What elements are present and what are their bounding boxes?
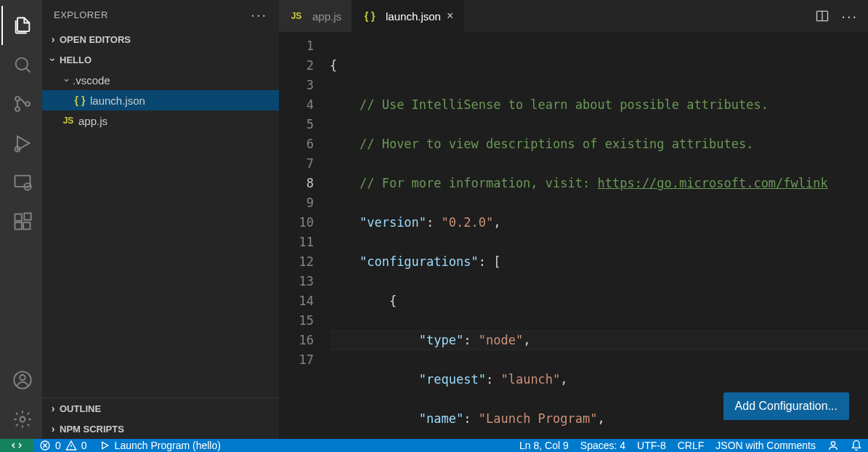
activity-bar [0, 0, 42, 439]
file-tree: › .vscode { } launch.json JS app.js [42, 70, 279, 397]
status-debug-target[interactable]: Launch Program (hello) [93, 439, 227, 452]
tree-folder-vscode[interactable]: › .vscode [42, 70, 279, 90]
activity-source-control-icon[interactable] [2, 84, 42, 124]
activity-search-icon[interactable] [2, 45, 42, 84]
remote-indicator[interactable] [0, 439, 33, 452]
add-configuration-button[interactable]: Add Configuration... [723, 392, 849, 420]
line-gutter: 1 2 3 4 5 6 7 8 9 10 11 12 13 14 15 16 1… [279, 32, 330, 439]
editor-body[interactable]: 1 2 3 4 5 6 7 8 9 10 11 12 13 14 15 16 1… [279, 32, 868, 439]
tab-app-js[interactable]: JS app.js [279, 0, 352, 32]
status-encoding[interactable]: UTF-8 [631, 439, 672, 452]
chevron-right-icon: › [46, 33, 60, 45]
status-feedback-icon[interactable] [822, 439, 845, 452]
outline-section[interactable]: › OUTLINE [42, 398, 279, 419]
sidebar-title: EXPLORER ··· [42, 0, 279, 29]
chevron-right-icon: › [46, 423, 60, 435]
activity-explorer-icon[interactable] [1, 6, 41, 45]
status-problems[interactable]: 0 0 [33, 439, 93, 452]
status-notifications-icon[interactable] [845, 439, 868, 452]
open-editors-section[interactable]: › OPEN EDITORS [42, 29, 279, 49]
svg-point-16 [831, 442, 835, 445]
activity-extensions-icon[interactable] [2, 202, 42, 241]
svg-point-13 [20, 417, 25, 422]
tree-file-launch-json[interactable]: { } launch.json [42, 90, 279, 110]
svg-rect-8 [15, 222, 21, 229]
status-eol[interactable]: CRLF [672, 439, 710, 452]
svg-rect-7 [15, 214, 21, 221]
status-indentation[interactable]: Spaces: 4 [575, 439, 631, 452]
editor-tabs: JS app.js { } launch.json × ··· [279, 0, 868, 32]
status-language-mode[interactable]: JSON with Comments [710, 439, 822, 452]
close-icon[interactable]: × [447, 9, 453, 23]
svg-rect-10 [24, 213, 31, 219]
svg-point-3 [25, 102, 30, 106]
chevron-down-icon: › [62, 74, 73, 86]
chevron-right-icon: › [46, 403, 60, 414]
npm-scripts-section[interactable]: › NPM SCRIPTS [42, 419, 279, 439]
activity-accounts-icon[interactable] [2, 360, 42, 400]
editor-area: JS app.js { } launch.json × ··· 1 2 3 4 [279, 0, 868, 439]
status-cursor-position[interactable]: Ln 8, Col 9 [514, 439, 575, 452]
activity-run-debug-icon[interactable] [2, 124, 42, 163]
folder-section[interactable]: › HELLO [42, 49, 279, 70]
sidebar: EXPLORER ··· › OPEN EDITORS › HELLO › .v… [42, 0, 279, 439]
json-file-icon: { } [362, 10, 377, 22]
tab-launch-json[interactable]: { } launch.json × [352, 0, 464, 32]
js-file-icon: JS [289, 11, 304, 21]
svg-point-1 [15, 97, 20, 101]
svg-point-2 [15, 107, 20, 111]
editor-more-icon[interactable]: ··· [841, 8, 858, 25]
split-editor-icon[interactable] [815, 9, 830, 23]
activity-remote-explorer-icon[interactable] [2, 163, 42, 202]
chevron-down-icon: › [47, 53, 59, 66]
svg-point-12 [20, 375, 25, 380]
svg-rect-5 [15, 176, 30, 187]
status-bar: 0 0 Launch Program (hello) Ln 8, Col 9 S… [0, 439, 868, 452]
activity-settings-icon[interactable] [2, 400, 42, 439]
code-content[interactable]: { // Use IntelliSense to learn about pos… [330, 32, 868, 439]
js-file-icon: JS [61, 116, 76, 126]
svg-point-0 [15, 58, 27, 70]
json-file-icon: { } [73, 94, 87, 106]
svg-rect-9 [23, 222, 30, 229]
tree-file-app-js[interactable]: JS app.js [42, 110, 279, 131]
sidebar-more-icon[interactable]: ··· [251, 7, 267, 23]
